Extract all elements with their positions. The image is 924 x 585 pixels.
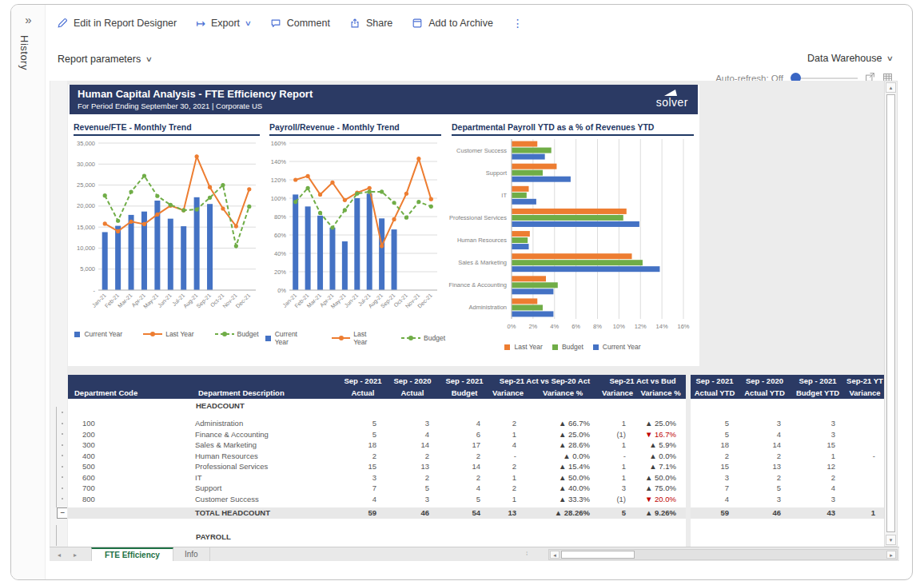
departmental-payroll-chart: 0%2%4%6%8%10%12%14%16%Customer SuccessSu… <box>448 137 698 343</box>
export-label: Export <box>211 18 240 29</box>
svg-text:5,000: 5,000 <box>80 265 95 273</box>
svg-text:Dec-21: Dec-21 <box>235 292 252 309</box>
vertical-scrollbar[interactable]: ▴ ▾ <box>884 81 898 547</box>
edit-in-report-designer-button[interactable]: Edit in Report Designer <box>57 18 177 29</box>
table-row: 32 2 <box>691 472 884 484</box>
svg-text:10%: 10% <box>613 323 625 330</box>
share-icon <box>349 18 360 29</box>
splitter-handle[interactable]: ⁞ <box>526 550 528 557</box>
col-department-description: Department Description <box>192 387 340 399</box>
report-canvas: Human Capital Analysis - FTE Efficiency … <box>67 81 884 547</box>
svg-text:IT: IT <box>501 192 507 199</box>
scroll-up-button[interactable]: ▴ <box>886 82 896 93</box>
svg-text:Jun-21: Jun-21 <box>343 292 359 308</box>
tab-scroll-left-button[interactable]: ◂ <box>58 551 61 559</box>
svg-text:160%: 160% <box>271 140 287 147</box>
svg-text:Customer Success: Customer Success <box>456 147 507 154</box>
svg-text:-: - <box>94 287 96 294</box>
legend-item: Current Year <box>74 330 122 338</box>
tab-scroll-right-button[interactable]: ▸ <box>74 551 77 559</box>
table-row: 53 3 <box>691 418 884 429</box>
sheet-tab-bar: ◂ ▸ FTE Efficiency Info ⁞ ◂ ▸ <box>50 547 899 561</box>
report-subtitle: For Period Ending September 30, 2021 | C… <box>78 101 690 110</box>
horizontal-scroll-thumb[interactable] <box>561 551 635 559</box>
total-row: TOTAL HEADCOUNT 594654 13▲ 28.26% 5▲ 9.2… <box>68 507 686 519</box>
svg-text:2%: 2% <box>528 323 537 330</box>
tab-fte-efficiency[interactable]: FTE Efficiency <box>91 547 173 561</box>
scroll-down-button[interactable]: ▾ <box>886 535 896 545</box>
revenue-fte-chart-panel: Revenue/FTE - Monthly Trend -5,00010,000… <box>70 118 264 364</box>
add-to-archive-button[interactable]: Add to Archive <box>412 18 493 29</box>
svg-text:120%: 120% <box>271 177 287 184</box>
horizontal-scrollbar[interactable]: ◂ ▸ <box>548 549 898 560</box>
svg-text:Sep-21: Sep-21 <box>195 292 213 310</box>
svg-text:20%: 20% <box>274 269 286 276</box>
scroll-left-button[interactable]: ◂ <box>550 551 560 559</box>
table-row: 1513 12 <box>691 461 884 472</box>
svg-text:14%: 14% <box>656 323 668 330</box>
svg-text:25,000: 25,000 <box>77 181 95 189</box>
total-row: 5946 431 <box>691 507 884 519</box>
table-left-body: HEADCOUNT 100Administration 534 2▲ 66.7%… <box>68 400 686 543</box>
report-parameters-toggle[interactable]: Report parameters ∨ <box>58 54 152 65</box>
data-warehouse-dropdown[interactable]: Data Warehouse ∨ <box>807 53 893 64</box>
svg-text:Professional Services: Professional Services <box>449 214 507 221</box>
svg-text:Mar-21: Mar-21 <box>117 292 133 309</box>
svg-text:10,000: 10,000 <box>77 245 95 252</box>
table-row: 75 4 <box>691 483 884 494</box>
solver-logo-mark <box>664 90 677 96</box>
chevron-down-icon: ∨ <box>145 55 153 63</box>
scroll-right-button[interactable]: ▸ <box>886 551 896 559</box>
toolbar: Edit in Report Designer ↦ Export ∨ Comme… <box>57 14 524 33</box>
chart-title: Departmental Payroll YTD as a % of Reven… <box>452 122 694 136</box>
svg-text:4%: 4% <box>550 323 559 330</box>
comment-button[interactable]: Comment <box>270 18 330 29</box>
svg-text:Jun-21: Jun-21 <box>157 292 173 308</box>
tab-info[interactable]: Info <box>173 547 210 561</box>
svg-text:15,000: 15,000 <box>77 224 95 231</box>
section-headcount: HEADCOUNT <box>68 400 686 412</box>
svg-text:Sales & Marketing: Sales & Marketing <box>458 259 507 266</box>
legend-item: Current Year <box>593 343 641 351</box>
legend-item: Last Year <box>143 330 193 338</box>
legend-item: Current Year <box>265 330 311 346</box>
col-department-code: Department Code <box>68 387 192 399</box>
export-button[interactable]: ↦ Export ∨ <box>196 17 250 30</box>
more-options-button[interactable]: ⋮ <box>512 17 524 30</box>
vertical-scroll-thumb[interactable] <box>886 94 895 532</box>
legend-item: Budget <box>215 330 259 338</box>
table-row: 500Professional Services 151314 2▲ 15.4%… <box>68 461 686 472</box>
svg-text:Human Resources: Human Resources <box>457 237 507 244</box>
legend-item: Last Year <box>504 343 542 351</box>
svg-text:Administration: Administration <box>468 304 507 311</box>
table-row: 800Customer Success 435 1▲ 33.3% (1)▼ 20… <box>68 494 686 505</box>
solver-logo: solver <box>656 90 688 109</box>
departmental-payroll-chart-panel: Departmental Payroll YTD as a % of Reven… <box>448 118 698 364</box>
chart-title: Revenue/FTE - Monthly Trend <box>74 122 260 136</box>
legend-item: Budget <box>401 334 445 342</box>
share-button[interactable]: Share <box>349 18 392 29</box>
svg-text:16%: 16% <box>677 323 689 330</box>
svg-text:30,000: 30,000 <box>77 161 95 168</box>
pencil-icon <box>57 18 68 29</box>
report-title-bar: Human Capital Analysis - FTE Efficiency … <box>70 85 698 114</box>
svg-text:0%: 0% <box>277 287 286 294</box>
table-row: 1814 15 <box>691 440 884 451</box>
svg-text:140%: 140% <box>271 158 287 165</box>
edit-label: Edit in Report Designer <box>74 18 177 29</box>
svg-text:35,000: 35,000 <box>77 140 95 147</box>
chart-legend: Last YearBudgetCurrent Year <box>448 343 698 351</box>
legend-item: Last Year <box>332 330 380 346</box>
chart-title: Payroll/Revenue - Monthly Trend <box>269 122 441 136</box>
table-left-header: Sep - 2021 Sep - 2020 Sep - 2021 Sep-21 … <box>68 375 686 399</box>
export-icon: ↦ <box>196 17 205 30</box>
archive-box-icon <box>412 18 423 29</box>
table-right-panel: Sep - 2021 Sep - 2020 Sep - 2021 Sep-21 … <box>691 375 884 547</box>
comment-label: Comment <box>287 18 330 29</box>
outline-gutter: − <box>50 81 67 547</box>
table-row: 400Human Resources 222 -▲ 0.0% -▲ 0.0% <box>68 451 686 462</box>
svg-text:20,000: 20,000 <box>77 202 95 209</box>
payroll-revenue-chart: 0%20%40%60%80%100%120%140%160%Jan-21Feb-… <box>265 137 445 330</box>
expand-history-button[interactable]: » <box>11 13 46 26</box>
table-row: 43 3 <box>691 494 884 505</box>
